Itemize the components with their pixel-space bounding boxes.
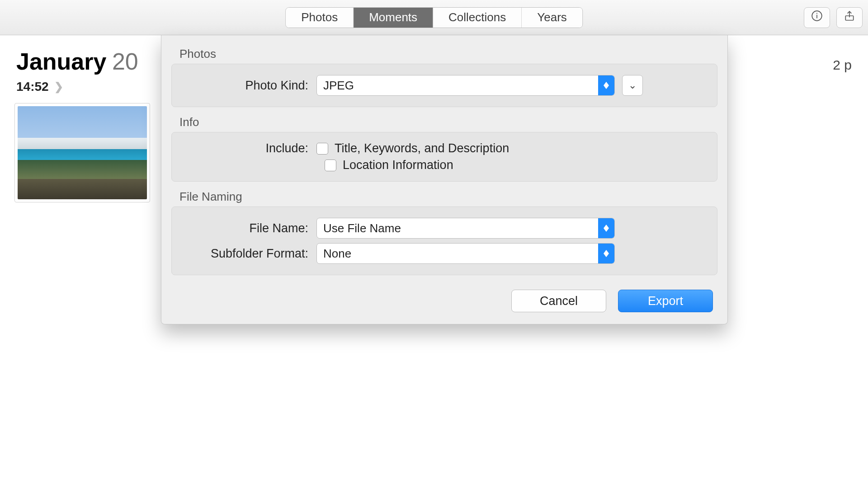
svg-marker-7 bbox=[604, 228, 609, 232]
subfolder-format-value: None bbox=[317, 247, 598, 261]
include-location-label: Location Information bbox=[343, 158, 453, 172]
photo-kind-value: JPEG bbox=[317, 79, 598, 93]
photos-panel: Photo Kind: JPEG ⌄ bbox=[171, 64, 717, 107]
info-panel: Include: Title, Keywords, and Descriptio… bbox=[171, 132, 717, 182]
svg-marker-5 bbox=[604, 85, 609, 89]
photo-kind-select[interactable]: JPEG bbox=[316, 75, 615, 96]
svg-marker-4 bbox=[604, 82, 609, 85]
info-icon bbox=[811, 10, 823, 25]
section-label-file-naming: File Naming bbox=[171, 186, 717, 206]
file-name-select[interactable]: Use File Name bbox=[316, 218, 615, 239]
select-stepper-icon bbox=[598, 244, 614, 263]
file-naming-panel: File Name: Use File Name Subfolder Forma… bbox=[171, 206, 717, 275]
file-name-label: File Name: bbox=[181, 221, 316, 235]
tab-years[interactable]: Years bbox=[522, 8, 582, 28]
section-label-photos: Photos bbox=[171, 43, 717, 64]
svg-marker-9 bbox=[604, 253, 609, 257]
tab-moments[interactable]: Moments bbox=[354, 8, 433, 28]
subfolder-format-label: Subfolder Format: bbox=[181, 247, 316, 261]
svg-point-2 bbox=[816, 13, 817, 14]
toolbar: Photos Moments Collections Years bbox=[0, 0, 868, 35]
svg-marker-8 bbox=[604, 250, 609, 253]
share-icon bbox=[844, 10, 855, 25]
photo-kind-disclosure-button[interactable]: ⌄ bbox=[622, 75, 643, 96]
cancel-button[interactable]: Cancel bbox=[511, 290, 606, 312]
dialog-button-row: Cancel Export bbox=[171, 280, 717, 312]
info-button[interactable] bbox=[804, 7, 830, 28]
title-year: 20 bbox=[112, 48, 138, 75]
section-label-info: Info bbox=[171, 112, 717, 132]
svg-marker-6 bbox=[604, 225, 609, 228]
moment-time-label: 14:52 bbox=[16, 80, 49, 94]
page-title: January 20 bbox=[16, 48, 138, 75]
select-stepper-icon bbox=[598, 75, 614, 95]
select-stepper-icon bbox=[598, 218, 614, 238]
toolbar-right-group bbox=[804, 7, 863, 28]
include-label: Include: bbox=[181, 141, 316, 155]
export-dialog: Photos Photo Kind: JPEG ⌄ Info Include: … bbox=[161, 35, 728, 324]
photo-thumbnail-image bbox=[18, 106, 147, 199]
view-segmented-control: Photos Moments Collections Years bbox=[285, 7, 583, 28]
share-button[interactable] bbox=[836, 7, 863, 28]
tab-photos[interactable]: Photos bbox=[286, 8, 354, 28]
include-title-keywords-label: Title, Keywords, and Description bbox=[335, 141, 509, 155]
include-title-keywords-checkbox[interactable] bbox=[316, 143, 328, 155]
chevron-right-icon: ❯ bbox=[54, 80, 63, 93]
subfolder-format-select[interactable]: None bbox=[316, 243, 615, 264]
include-location-checkbox[interactable] bbox=[325, 160, 336, 171]
photo-count: 2 p bbox=[833, 57, 852, 73]
tab-collections[interactable]: Collections bbox=[433, 8, 522, 28]
photo-kind-label: Photo Kind: bbox=[181, 79, 316, 93]
file-name-value: Use File Name bbox=[317, 221, 598, 235]
chevron-down-icon: ⌄ bbox=[628, 80, 637, 91]
export-button[interactable]: Export bbox=[618, 290, 713, 312]
photo-thumbnail[interactable] bbox=[14, 103, 150, 202]
title-month: January bbox=[16, 48, 106, 75]
